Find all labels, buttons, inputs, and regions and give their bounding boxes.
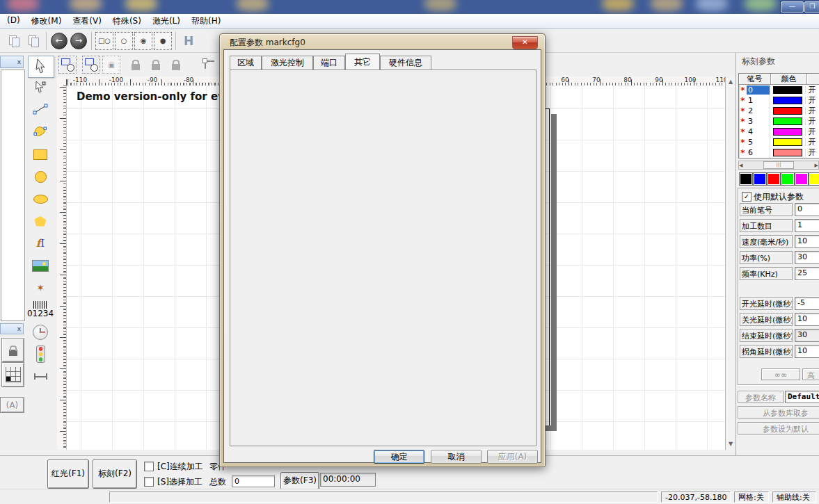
total-count-field[interactable]: 0 [232,475,275,487]
lock-y-icon[interactable] [146,55,166,74]
scroll-down-icon[interactable]: ▼ [726,441,735,447]
select-tool[interactable] [28,56,54,78]
line-tool[interactable] [28,100,53,121]
curve-tool[interactable] [28,122,53,143]
cancel-button[interactable]: 取消 [431,450,482,464]
close-icon[interactable]: x [17,325,21,332]
param-name-field[interactable]: Default [785,391,819,403]
tab-激光控制[interactable]: 激光控制 [262,56,313,70]
set-default-button[interactable]: 参数设为默认 [738,422,819,434]
barcode-tool[interactable]: 01234 [28,300,53,320]
pen-col-header-1[interactable]: 颜色 [771,74,807,85]
lock-button[interactable] [1,338,24,362]
vector-file-tool[interactable]: ✶ [28,277,53,298]
continuous-checkbox[interactable] [144,462,154,471]
circle-tool[interactable] [28,167,53,188]
pen-param-input-1[interactable]: 1 [795,219,819,232]
pen-row-4[interactable]: *4开 [739,127,819,137]
red-light-button[interactable]: 红光(F1) [47,460,89,489]
scroll-left-icon[interactable]: ◀ [739,163,742,168]
pen-row-5[interactable]: *5开 [739,137,819,147]
mark-button[interactable]: 标刻(F2) [93,460,137,489]
delay-tool[interactable] [28,322,53,343]
scroll-up-icon[interactable]: ▲ [726,79,735,85]
tab-端口[interactable]: 端口 [313,56,345,70]
minimize-button[interactable]: — [781,1,804,13]
pen-param-input-3[interactable]: 30 [795,251,819,264]
dialog-close-button[interactable]: ✕ [512,36,538,49]
palette-swatch-3[interactable] [781,172,795,186]
pen-delay-input-0[interactable]: -5 [795,297,819,310]
rectangle-tool[interactable] [28,145,53,165]
grid-cell-button[interactable] [1,362,24,387]
group-icon[interactable]: ◉ [134,31,153,51]
node-add-icon[interactable]: □○ [95,31,114,51]
ellipse-tool[interactable] [28,188,53,209]
text-tool[interactable]: fI [28,233,53,254]
array-copy-icon[interactable]: ▣ [102,55,121,74]
node-delete-icon[interactable]: ○ [114,31,134,51]
pen-delay-input-2[interactable]: 30 [795,329,819,342]
palette-swatch-2[interactable] [767,172,781,186]
menu-item-2[interactable]: 查看(V) [67,14,107,29]
close-icon[interactable]: x [17,58,21,65]
pen-table[interactable]: 笔号颜色开*0开*1开*2开*3开*4开*5开*6开 [738,73,819,158]
pen-row-3[interactable]: *3开 [739,116,819,127]
pen-col-header-2[interactable]: 开 [807,74,819,85]
copy-icon[interactable] [4,31,24,51]
select-mark-checkbox[interactable] [144,477,154,487]
pen-param-input-2[interactable]: 10 [795,235,819,248]
menu-item-5[interactable]: 帮助(H) [186,14,226,29]
apply-button[interactable]: 应用(A) [487,450,538,464]
palette-swatch-4[interactable] [795,172,809,186]
jump-tool[interactable] [28,366,53,387]
lock-xy-icon[interactable] [166,55,186,74]
node-edit-tool[interactable] [28,78,53,99]
from-library-button[interactable]: 从参数库取参 [738,406,819,418]
menu-item-3[interactable]: 特殊(S) [107,14,147,29]
loop-button[interactable]: ∞∞ [761,368,800,380]
menu-item-4[interactable]: 激光(L) [147,14,186,29]
pen-param-input-0[interactable]: 0 [795,203,819,216]
scrollbar-thumb[interactable]: ||| [763,161,794,169]
pen-row-1[interactable]: *1开 [739,95,819,106]
bitmap-tool[interactable] [28,255,53,276]
pen-row-0[interactable]: *0开 [739,85,819,95]
pen-row-2[interactable]: *2开 [739,106,819,116]
palette-swatch-0[interactable] [739,172,753,186]
pen-row-6[interactable]: *6开 [739,147,819,158]
advanced-button[interactable]: 高 [802,368,819,380]
snap-corner-icon[interactable] [200,55,219,74]
move-object-icon[interactable] [58,55,77,74]
canvas-vertical-scrollbar[interactable]: ▲ ▼ [725,76,736,450]
use-default-checkbox[interactable]: ✓ [742,192,752,202]
polygon-tool[interactable] [28,211,53,231]
menu-item-1[interactable]: 修改(M) [26,14,67,29]
tab-其它[interactable]: 其它 [345,54,380,70]
back-icon[interactable]: ← [49,31,69,51]
tab-区域[interactable]: 区域 [230,56,262,70]
palette-swatch-1[interactable] [753,172,767,186]
pen-param-input-4[interactable]: 25 [795,267,819,280]
lock-x-icon[interactable] [126,55,145,74]
restore-button[interactable]: ❐ [804,1,819,13]
forward-icon[interactable]: → [69,31,88,51]
menu-item-0[interactable]: (D) [1,14,26,29]
paste-icon[interactable] [24,31,43,51]
ok-button[interactable]: 确定 [374,450,424,464]
param-name-button[interactable]: 参数名称 [738,391,784,403]
pen-delay-input-3[interactable]: 10 [795,345,819,358]
io-tool[interactable] [28,344,53,365]
pen-delay-input-1[interactable]: 10 [795,313,819,326]
pen-table-hscrollbar[interactable]: ◀ ||| ▶ [738,161,819,170]
ungroup-icon[interactable]: ● [153,31,173,51]
tab-硬件信息[interactable]: 硬件信息 [380,56,431,70]
rotate-object-icon[interactable] [81,55,101,74]
hatch-icon[interactable]: H [179,31,198,51]
palette-swatch-5[interactable] [809,172,819,186]
window-titlebar[interactable]: — ❐ [0,0,819,14]
object-list-panel[interactable] [1,70,25,321]
pen-col-header-0[interactable]: 笔号 [739,74,771,85]
scroll-right-icon[interactable]: ▶ [815,163,818,168]
panel-a-button[interactable]: (A) [0,397,24,413]
